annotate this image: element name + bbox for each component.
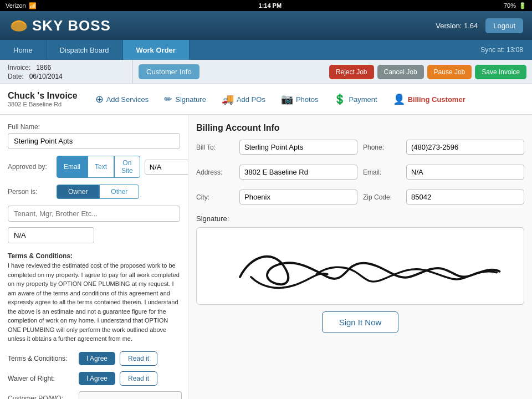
person-toggle: Owner Other xyxy=(57,185,139,199)
person-owner-button[interactable]: Owner xyxy=(57,185,99,199)
address-row: Address: xyxy=(196,165,357,180)
person-is-label: Person is: xyxy=(8,188,52,196)
zip-label: Zip Code: xyxy=(363,193,402,201)
signature-section-label: Signature: xyxy=(196,214,524,223)
city-input[interactable] xyxy=(239,190,357,204)
terms-conditions-label: Terms & Conditions: xyxy=(8,355,74,362)
full-name-label: Full Name: xyxy=(8,123,180,131)
terms-title: Terms & Conditions: xyxy=(8,252,73,260)
city-row: City: xyxy=(196,190,357,204)
invoice-label: Invoice: xyxy=(8,64,30,71)
email-row: Email: xyxy=(363,165,524,180)
email-input[interactable] xyxy=(406,165,524,180)
date-label: Date: xyxy=(8,73,24,80)
cancel-job-button[interactable]: Cancel Job xyxy=(377,65,424,79)
add-pos-icon: 🚚 xyxy=(222,93,234,105)
waiver-row: Waiver of Right: I Agree Read it xyxy=(8,371,180,386)
add-services-icon: ⊕ xyxy=(95,93,104,105)
nav-photos[interactable]: 📷 Photos xyxy=(274,90,325,109)
address-input[interactable] xyxy=(239,165,357,180)
status-right: 70% 🔋 xyxy=(504,2,526,9)
billing-title: Billing Account Info xyxy=(196,123,524,133)
city-label: City: xyxy=(196,193,235,201)
main-content: Full Name: Approved by: Email Text On Si… xyxy=(0,115,532,399)
logo-icon xyxy=(9,16,29,35)
bill-to-label: Bill To: xyxy=(196,144,235,151)
reject-job-button[interactable]: Reject Job xyxy=(329,65,374,79)
approved-onsite-button[interactable]: On Site xyxy=(114,156,140,178)
signature-icon: ✏ xyxy=(164,93,172,105)
sign-it-now-button[interactable]: Sign It Now xyxy=(322,311,399,333)
version-text: Version: 1.64 xyxy=(436,22,478,30)
invoice-value: 1866 xyxy=(36,64,51,71)
signature-svg xyxy=(197,228,524,304)
person-is-row: Person is: Owner Other xyxy=(8,185,180,199)
billing-customer-icon: 👤 xyxy=(393,93,405,105)
customer-info-button[interactable]: Customer Info xyxy=(139,64,200,79)
approved-by-toggle: Email Text On Site xyxy=(57,156,140,178)
bill-to-input[interactable] xyxy=(239,140,357,155)
action-buttons: Reject Job Cancel Job Pause Job Save Inv… xyxy=(329,60,532,84)
waiver-agree-button[interactable]: I Agree xyxy=(79,372,115,385)
person-other-button[interactable]: Other xyxy=(99,185,139,199)
invoice-info: Invoice: 1866 Date: 06/10/2014 xyxy=(0,60,133,84)
battery-level: 70% xyxy=(504,2,516,9)
nav-tab-dispatch[interactable]: Dispatch Board xyxy=(47,40,123,60)
billing-customer-label: Billing Customer xyxy=(408,95,466,104)
nav-tab-workorder[interactable]: Work Order xyxy=(123,40,190,60)
customer-po-input[interactable] xyxy=(79,391,182,400)
nav-billing-customer[interactable]: 👤 Billing Customer xyxy=(386,90,472,109)
zip-input[interactable] xyxy=(406,190,524,204)
add-services-label: Add Services xyxy=(106,95,149,104)
terms-box: Terms & Conditions: I have reviewed the … xyxy=(8,251,180,344)
approved-text-button[interactable]: Text xyxy=(88,156,114,178)
signature-box[interactable] xyxy=(196,227,524,305)
battery-icon: 🔋 xyxy=(519,2,526,9)
email-label: Email: xyxy=(363,168,402,176)
terms-read-button[interactable]: Read it xyxy=(120,351,157,366)
phone-row: Phone: xyxy=(363,140,524,155)
invoice-bar: Invoice: 1866 Date: 06/10/2014 Customer … xyxy=(0,60,532,84)
payment-icon: 💲 xyxy=(334,93,346,105)
logout-button[interactable]: Logout xyxy=(485,18,523,33)
right-panel: Billing Account Info Bill To: Phone: Add… xyxy=(188,115,532,399)
payment-label: Payment xyxy=(349,95,377,104)
customer-po-row: Customer PO/WO: xyxy=(8,391,180,400)
approved-by-row: Approved by: Email Text On Site Send App… xyxy=(8,156,180,178)
approved-email-button[interactable]: Email xyxy=(57,156,88,178)
add-pos-label: Add POs xyxy=(237,95,265,104)
approval-value-input[interactable] xyxy=(145,160,188,175)
na-input[interactable] xyxy=(8,227,94,243)
pause-job-button[interactable]: Pause Job xyxy=(427,65,472,79)
bill-to-row: Bill To: xyxy=(196,140,357,155)
secondary-nav: Chuck 's Invoice 3802 E Baseline Rd ⊕ Ad… xyxy=(0,84,532,115)
nav-add-services[interactable]: ⊕ Add Services xyxy=(89,90,156,109)
invoice-title: Chuck 's Invoice 3802 E Baseline Rd xyxy=(8,91,78,108)
nav-add-pos[interactable]: 🚚 Add POs xyxy=(215,90,272,109)
tenant-input[interactable] xyxy=(8,206,180,222)
invoice-name: Chuck 's Invoice xyxy=(8,91,78,101)
customer-po-label: Customer PO/WO: xyxy=(8,395,74,399)
nav-signature[interactable]: ✏ Signature xyxy=(157,90,213,109)
nav-tab-home[interactable]: Home xyxy=(0,40,47,60)
billing-grid: Bill To: Phone: Address: Email: City: Zi… xyxy=(196,140,524,209)
terms-agree-button[interactable]: I Agree xyxy=(79,352,115,365)
full-name-input[interactable] xyxy=(8,133,180,149)
sync-info: Sync at: 13:08 xyxy=(480,46,532,54)
header-right: Version: 1.64 Logout xyxy=(436,18,523,33)
waiver-read-button[interactable]: Read it xyxy=(120,371,157,386)
zip-row: Zip Code: xyxy=(363,190,524,204)
approved-by-label: Approved by: xyxy=(8,163,52,171)
carrier: Verizon xyxy=(6,2,26,9)
status-left: Verizon 📶 xyxy=(6,2,37,9)
invoice-address: 3802 E Baseline Rd xyxy=(8,101,78,108)
logo: SKY BOSS xyxy=(9,16,111,35)
status-bar: Verizon 📶 1:14 PM 70% 🔋 xyxy=(0,0,532,11)
nav-tabs: Home Dispatch Board Work Order xyxy=(0,40,190,60)
save-invoice-button[interactable]: Save Invoice xyxy=(475,65,526,79)
logo-text: SKY BOSS xyxy=(32,17,111,34)
terms-text: I have reviewed the estimated cost of th… xyxy=(8,262,180,342)
status-time: 1:14 PM xyxy=(259,2,282,9)
nav-payment[interactable]: 💲 Payment xyxy=(327,90,383,109)
phone-input[interactable] xyxy=(406,140,524,155)
